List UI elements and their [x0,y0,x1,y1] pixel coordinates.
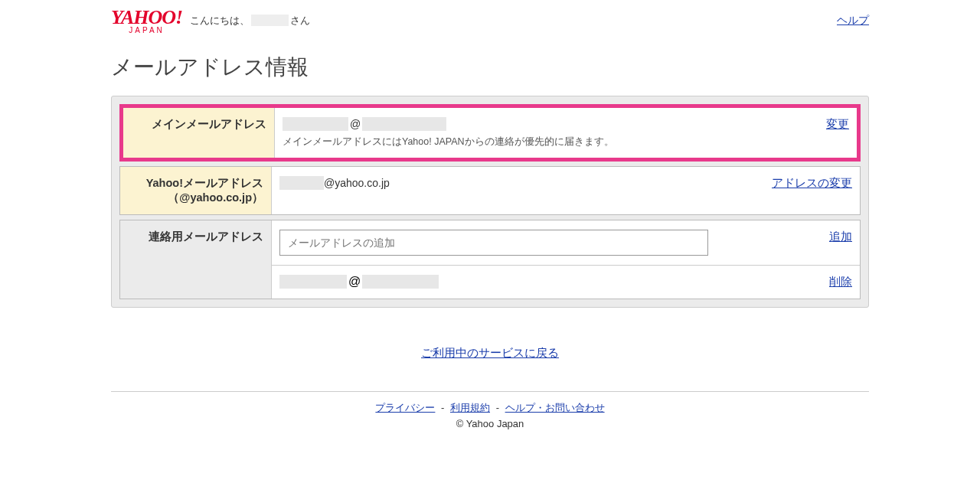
contact-email-label: 連絡用メールアドレス [120,220,272,299]
footer-sep: - [496,402,499,413]
contact-email-at: @ [348,275,361,289]
main-email-row-highlight: メインメールアドレス @ メインメールアドレスにはYahoo! JAPANからの… [119,104,861,162]
main-email-note: メインメールアドレスにはYahoo! JAPANからの連絡が優先的に届きます。 [283,135,849,148]
yahoo-email-value-cell: @yahoo.co.jp アドレスの変更 [272,167,860,214]
main-email-address-masked: @ [283,117,446,131]
contact-email-add-row: 追加 [272,220,860,266]
footer-sep: - [441,402,444,413]
email-card: メインメールアドレス @ メインメールアドレスにはYahoo! JAPANからの… [111,96,869,308]
yahoo-email-label-line1: Yahoo!メールアドレス [146,177,263,189]
logo-main-text: YAHOO! [111,6,182,28]
main-email-local-masked [283,117,348,131]
footer: プライバシー - 利用規約 - ヘルプ・お問い合わせ © Yahoo Japan [111,391,869,439]
help-contact-link[interactable]: ヘルプ・お問い合わせ [505,402,605,413]
header: YAHOO! JAPAN こんにちは、 さん ヘルプ [111,0,869,39]
greeting: こんにちは、 さん [190,14,310,28]
main-email-at: @ [350,118,361,130]
yahoo-email-local-masked [279,176,324,190]
contact-email-values: 追加 @ 削除 [272,220,860,299]
copyright: © Yahoo Japan [111,418,869,429]
greeting-suffix: さん [290,15,310,26]
main-email-value-cell: @ メインメールアドレスにはYahoo! JAPANからの連絡が優先的に届きます… [275,108,857,158]
yahoo-email-label: Yahoo!メールアドレス （@yahoo.co.jp） [120,167,272,214]
delete-contact-email-link[interactable]: 削除 [829,275,852,289]
change-yahoo-email-link[interactable]: アドレスの変更 [772,176,852,191]
greeting-username-masked [251,15,289,26]
greeting-prefix: こんにちは、 [190,15,250,26]
yahoo-email-domain: @yahoo.co.jp [324,177,390,189]
terms-link[interactable]: 利用規約 [450,402,490,413]
contact-email-existing-row: @ 削除 [272,266,860,299]
yahoo-email-address: @yahoo.co.jp [279,176,390,190]
yahoo-email-label-line2: （@yahoo.co.jp） [168,191,263,204]
main-email-domain-masked [362,117,446,131]
contact-email-input[interactable] [279,230,708,256]
main-email-row: メインメールアドレス @ メインメールアドレスにはYahoo! JAPANからの… [123,108,857,158]
change-main-email-link[interactable]: 変更 [826,117,849,132]
contact-email-domain-masked [362,275,439,289]
back-to-service-link[interactable]: ご利用中のサービスに戻る [111,346,869,361]
page-title: メールアドレス情報 [111,53,869,82]
help-link[interactable]: ヘルプ [837,14,869,28]
add-contact-email-link[interactable]: 追加 [829,230,852,244]
privacy-link[interactable]: プライバシー [375,402,435,413]
contact-email-address-masked: @ [279,275,439,289]
yahoo-email-row: Yahoo!メールアドレス （@yahoo.co.jp） @yahoo.co.j… [119,166,861,215]
contact-email-row: 連絡用メールアドレス 追加 @ 削除 [119,220,861,299]
contact-email-local-masked [279,275,347,289]
yahoo-logo[interactable]: YAHOO! JAPAN [111,6,182,34]
main-email-label: メインメールアドレス [123,108,275,158]
